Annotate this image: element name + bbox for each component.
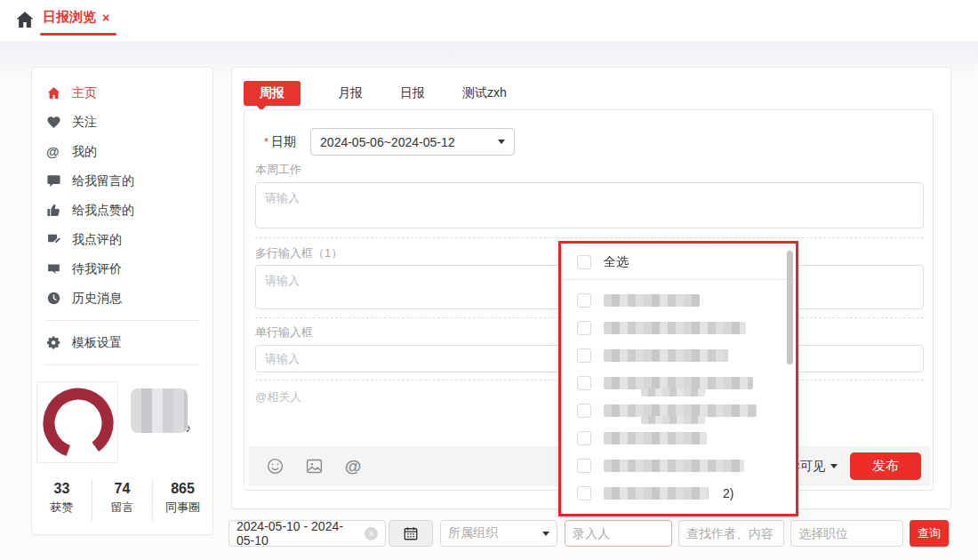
org-select-placeholder: 所属组织	[448, 525, 542, 541]
field-label-singleline: 单行输入框	[255, 324, 313, 340]
blurred-option-text	[604, 432, 707, 444]
tab-monthly[interactable]: 月报	[338, 85, 363, 101]
list-item[interactable]	[561, 341, 796, 369]
home-icon	[46, 85, 61, 100]
stat-label: 留言	[92, 500, 152, 516]
stat-likes: 33 获赞	[32, 479, 92, 521]
blurred-option-text	[604, 294, 700, 307]
sidebar-item-history[interactable]: 历史消息	[32, 284, 212, 313]
list-item[interactable]	[561, 314, 796, 341]
sidebar-item-home[interactable]: 主页	[32, 78, 212, 108]
tab-daily-report-browse[interactable]: 日报浏览 ×	[43, 9, 109, 26]
calendar-icon	[403, 525, 419, 541]
field-label-this-week: 本周工作	[255, 162, 301, 178]
stat-colleagues: 865 同事圈	[152, 479, 212, 521]
list-item[interactable]	[561, 396, 796, 424]
field-label-multiline: 多行输入框（1）	[255, 245, 342, 261]
list-item[interactable]: 2)	[561, 479, 796, 507]
profile-section: ♪	[32, 372, 212, 463]
option-checkbox[interactable]	[577, 293, 591, 308]
select-all-checkbox[interactable]	[577, 255, 591, 269]
scrollbar-thumb[interactable]	[787, 251, 793, 364]
sidebar-item-template-settings[interactable]: 模板设置	[32, 328, 212, 357]
image-icon[interactable]	[304, 457, 324, 476]
required-mark: *	[264, 135, 269, 148]
select-all-label: 全选	[604, 254, 629, 270]
home-icon[interactable]	[14, 9, 36, 30]
edit-icon	[46, 232, 61, 247]
option-checkbox[interactable]	[577, 486, 591, 500]
sidebar-item-label: 主页	[72, 85, 97, 101]
member-multiselect-dropdown: 全选 2)	[558, 241, 798, 516]
filter-date-range[interactable]: 2024-05-10 - 2024-05-10 ×	[228, 520, 386, 547]
sidebar-item-label: 我点评的	[72, 232, 122, 248]
option-checkbox[interactable]	[577, 404, 591, 418]
position-select-input[interactable]	[790, 520, 903, 547]
top-header: 日报浏览 ×	[0, 0, 978, 41]
sidebar-item-my-reviews[interactable]: 我点评的	[32, 225, 212, 254]
list-item[interactable]	[561, 424, 796, 452]
sidebar-menu: 主页 关注 @ 我的 给我留言的 给我点赞的 我点评的	[32, 68, 212, 313]
date-label: *日期	[264, 134, 296, 150]
date-range-value: 2024-05-06~2024-05-12	[320, 135, 498, 149]
author-content-search-input[interactable]	[678, 520, 784, 547]
list-item[interactable]	[561, 286, 796, 314]
divider	[44, 320, 200, 321]
date-range-select[interactable]: 2024-05-06~2024-05-12	[310, 128, 515, 156]
divider	[561, 279, 796, 280]
tab-daily[interactable]: 日报	[400, 85, 425, 101]
sidebar-item-pending-review[interactable]: 待我评价	[32, 254, 212, 284]
profile-stats: 33 获赞 74 留言 865 同事圈	[32, 479, 212, 521]
calendar-button[interactable]	[389, 520, 433, 547]
list-item[interactable]	[561, 369, 796, 396]
thumbs-up-icon	[46, 203, 61, 218]
option-checkbox[interactable]	[577, 348, 591, 363]
option-checkbox[interactable]	[577, 376, 591, 390]
sidebar-item-label: 关注	[72, 115, 97, 131]
gear-icon	[46, 335, 61, 350]
comment-icon	[46, 173, 61, 188]
chevron-down-icon	[498, 140, 505, 148]
option-checkbox[interactable]	[577, 431, 591, 445]
stat-label: 获赞	[32, 500, 92, 516]
tab-test-zxh[interactable]: 测试zxh	[462, 85, 507, 101]
this-week-work-textarea[interactable]	[255, 182, 924, 228]
sidebar-item-label: 模板设置	[72, 335, 122, 351]
date-row: *日期 2024-05-06~2024-05-12	[264, 128, 515, 156]
publish-button[interactable]: 发布	[850, 452, 921, 480]
org-select[interactable]: 所属组织	[440, 520, 557, 547]
blurred-option-text	[604, 377, 753, 389]
heart-icon	[46, 115, 61, 130]
sidebar-item-label: 我的	[72, 144, 97, 160]
report-tabs: 周报 月报 日报 测试zxh	[244, 81, 507, 106]
emoji-icon[interactable]	[265, 457, 285, 476]
sidebar: 主页 关注 @ 我的 给我留言的 给我点赞的 我点评的	[31, 67, 213, 535]
tab-weekly[interactable]: 周报	[244, 81, 301, 106]
clock-icon	[46, 291, 61, 306]
select-all-row[interactable]: 全选	[561, 244, 796, 274]
clear-icon[interactable]: ×	[365, 527, 378, 540]
at-mention-icon[interactable]: @	[343, 457, 363, 476]
review-icon	[46, 261, 61, 276]
sidebar-item-likes-to-me[interactable]: 给我点赞的	[32, 196, 212, 225]
header-tab-label: 日报浏览	[43, 9, 96, 26]
blurred-option-text	[604, 349, 728, 362]
sidebar-item-messages-to-me[interactable]: 给我留言的	[32, 166, 212, 196]
close-icon[interactable]: ×	[102, 11, 109, 25]
sidebar-item-follow[interactable]: 关注	[32, 108, 212, 137]
stat-value: 74	[92, 481, 152, 497]
entry-person-input[interactable]	[565, 520, 672, 547]
sidebar-item-label: 历史消息	[72, 291, 122, 307]
option-text-suffix: 2)	[723, 486, 734, 500]
chevron-down-icon	[830, 464, 838, 472]
list-item[interactable]	[561, 452, 796, 479]
app-screen: 日报浏览 × 主页 关注 @ 我的 给我留言的	[0, 0, 978, 560]
blurred-option-text	[604, 322, 746, 334]
query-button[interactable]: 查询	[910, 520, 949, 547]
sidebar-item-mine[interactable]: @ 我的	[32, 137, 212, 166]
option-checkbox[interactable]	[577, 459, 591, 473]
blurred-option-text	[604, 460, 744, 472]
option-checkbox[interactable]	[577, 321, 591, 335]
chevron-down-icon	[542, 532, 549, 540]
avatar-blur-mosaic	[53, 395, 103, 457]
